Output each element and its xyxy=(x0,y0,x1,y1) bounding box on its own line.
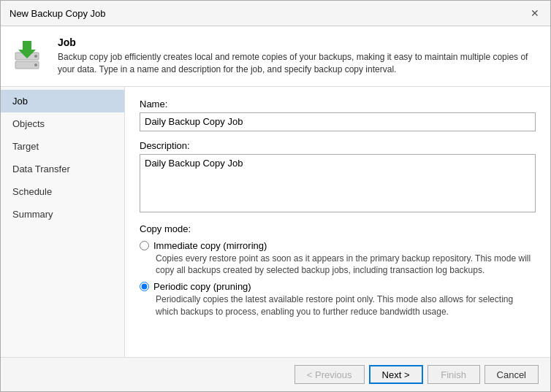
sidebar-item-summary[interactable]: Summary xyxy=(1,203,124,226)
sidebar-item-job[interactable]: Job xyxy=(1,90,124,112)
periodic-copy-option: Periodic copy (pruning) Periodically cop… xyxy=(140,281,536,318)
description-group: Description: Daily Backup Copy Job xyxy=(140,140,536,215)
finish-button[interactable]: Finish xyxy=(428,365,480,384)
description-label: Description: xyxy=(140,140,536,151)
footer: < Previous Next > Finish Cancel xyxy=(1,357,550,391)
immediate-copy-option: Immediate copy (mirroring) Copies every … xyxy=(140,240,536,277)
sidebar-item-schedule[interactable]: Schedule xyxy=(1,180,124,203)
header-description: Backup copy job efficiently creates loca… xyxy=(58,51,539,76)
header-section: Job Backup copy job efficiently creates … xyxy=(1,26,550,87)
sidebar-item-target[interactable]: Target xyxy=(1,135,124,158)
cancel-button[interactable]: Cancel xyxy=(484,365,539,384)
dialog-title: New Backup Copy Job xyxy=(10,8,106,19)
svg-point-3 xyxy=(34,64,37,66)
previous-button[interactable]: < Previous xyxy=(294,365,365,384)
svg-point-2 xyxy=(34,55,37,58)
name-group: Name: xyxy=(140,99,536,131)
copy-mode-label: Copy mode: xyxy=(140,223,536,234)
sidebar-item-objects[interactable]: Objects xyxy=(1,112,124,135)
dialog: New Backup Copy Job ✕ Job Backup copy jo… xyxy=(0,0,551,392)
immediate-copy-label[interactable]: Immediate copy (mirroring) xyxy=(153,240,267,251)
header-title: Job xyxy=(58,36,539,48)
periodic-copy-description: Periodically copies the latest available… xyxy=(156,293,536,318)
sidebar: Job Objects Target Data Transfer Schedul… xyxy=(1,87,125,357)
copy-mode-section: Copy mode: Immediate copy (mirroring) Co… xyxy=(140,223,536,318)
name-label: Name: xyxy=(140,99,536,109)
close-button[interactable]: ✕ xyxy=(528,7,542,20)
periodic-copy-radio[interactable] xyxy=(140,282,149,291)
description-textarea[interactable]: Daily Backup Copy Job xyxy=(140,154,536,212)
header-text: Job Backup copy job efficiently creates … xyxy=(58,36,539,76)
immediate-copy-description: Copies every restore point as soon as it… xyxy=(156,253,536,277)
name-input[interactable] xyxy=(140,112,536,131)
sidebar-item-data-transfer[interactable]: Data Transfer xyxy=(1,158,124,180)
title-bar: New Backup Copy Job ✕ xyxy=(1,1,550,26)
periodic-copy-label[interactable]: Periodic copy (pruning) xyxy=(153,281,251,292)
next-button[interactable]: Next > xyxy=(369,365,423,384)
backup-copy-icon xyxy=(12,36,48,72)
form-area: Name: Description: Daily Backup Copy Job… xyxy=(125,87,550,357)
immediate-copy-radio[interactable] xyxy=(140,241,149,250)
